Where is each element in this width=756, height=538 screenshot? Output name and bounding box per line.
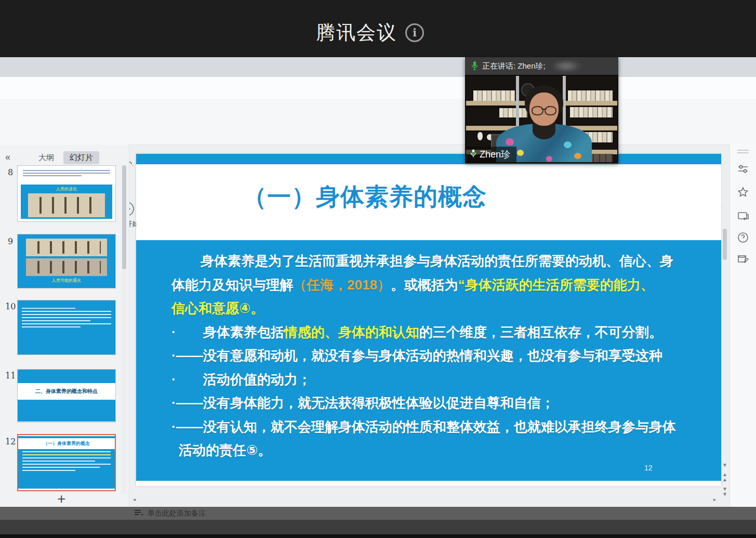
meeting-title: 腾讯会议 bbox=[316, 20, 397, 46]
slide-thumbnail-12-selected[interactable]: （一）身体素养的概念 bbox=[17, 434, 116, 491]
speaker-name-chip: Zhen珍 bbox=[466, 147, 516, 162]
meeting-titlebar: 腾讯会议 i bbox=[0, 0, 756, 57]
blurred-text bbox=[551, 60, 582, 72]
ribbon: 粘贴˙ 剪切 复制 格式刷 当页开始˙ 新建幻灯片 版式˙ bbox=[0, 99, 756, 145]
slide-top-strip bbox=[136, 154, 721, 164]
mic-icon bbox=[470, 149, 476, 161]
statusbar: 幻灯片 12 / 41 带状 T? 缺失字体 S 中 ’ 智能美化 ▲ 备注˙ … bbox=[0, 520, 756, 534]
thumb-number: 9 bbox=[5, 237, 16, 246]
loop-replay-icon[interactable] bbox=[737, 210, 749, 224]
slide-thumbnail-8[interactable]: 人类的进化 bbox=[17, 165, 116, 222]
tab-slides[interactable]: 幻灯片 bbox=[63, 151, 99, 164]
next-slide-icon[interactable]: ▼▼ bbox=[722, 487, 727, 497]
help-icon[interactable] bbox=[737, 232, 749, 246]
notes-bar[interactable]: 单击此处添加备注 bbox=[0, 507, 756, 520]
slide-body: 身体素养是为了生活而重视并承担参与身体活动的责任所需要的动机、信心、身 体能力及… bbox=[136, 240, 721, 481]
settings-sliders-icon[interactable] bbox=[737, 163, 749, 177]
speaker-video[interactable]: Zhen珍 bbox=[465, 75, 618, 163]
scroll-left-icon[interactable]: ◂ bbox=[133, 497, 136, 502]
wps-tabbar: 首页 稻壳 P 身体素养培育...幼儿体育发展 × + 1 访客登录 × bbox=[0, 57, 756, 77]
slide-thumbnail-11[interactable]: 二、身体素养的概念和特点 bbox=[17, 369, 116, 423]
slide-body-text: 身体素养是为了生活而重视并承担参与身体活动的责任所需要的动机、信心、身 体能力及… bbox=[171, 250, 696, 463]
bottom-edge bbox=[0, 534, 756, 538]
panel-scrollbar-thumb[interactable] bbox=[122, 165, 126, 269]
add-slide-button[interactable]: + bbox=[57, 491, 65, 507]
slide-vscrollbar-thumb[interactable] bbox=[723, 229, 727, 260]
slide-canvas[interactable]: （一）身体素养的概念 身体素养是为了生活而重视并承担参与身体活动的责任所需要的动… bbox=[136, 154, 721, 486]
speaking-label: 正在讲话: Zhen珍; bbox=[482, 61, 546, 71]
thumb8-caption: 人类的进化 bbox=[21, 186, 112, 192]
speaker-glasses bbox=[532, 106, 556, 114]
slide-vscrollbar[interactable] bbox=[722, 154, 728, 462]
thumb9-caption: 人类可能的退化 bbox=[18, 278, 115, 283]
thumb12-title: （一）身体素养的概念 bbox=[18, 440, 115, 447]
rail-handle[interactable] bbox=[737, 150, 749, 151]
speaker-name: Zhen珍 bbox=[480, 148, 510, 161]
slide-page-number: 12 bbox=[644, 464, 653, 472]
effects-star-icon[interactable] bbox=[737, 186, 749, 201]
slide-thumbnail-10[interactable] bbox=[17, 300, 116, 355]
collapse-panel-button[interactable]: « bbox=[5, 152, 10, 163]
thumb-number: 10 bbox=[5, 301, 16, 311]
mic-icon bbox=[471, 61, 478, 72]
previous-slide-icon[interactable]: ▲▲ bbox=[722, 472, 727, 482]
slide-thumbnail-9[interactable]: 人类可能的退化 bbox=[17, 234, 116, 288]
right-tool-rail bbox=[730, 145, 756, 520]
thumb-number: 11 bbox=[5, 371, 16, 380]
scroll-right-icon[interactable]: ▸ bbox=[713, 497, 716, 502]
tab-outline[interactable]: 大纲 bbox=[38, 153, 54, 163]
slide-title: （一）身体素养的概念 bbox=[243, 181, 487, 213]
meeting-video-overlay[interactable]: 正在讲话: Zhen珍; bbox=[465, 57, 618, 163]
thumb11-title: 二、身体素养的概念和特点 bbox=[18, 388, 115, 395]
thumb-number: 8 bbox=[5, 167, 16, 177]
menubar: 文件 ∨ ↶· ↷ ⌄ 开始 插入 设计 切换 动画 放映 审阅 视图 开发工具… bbox=[0, 77, 756, 99]
notes-placeholder: 单击此处添加备注 bbox=[148, 509, 206, 518]
panel-scrollbar[interactable] bbox=[122, 165, 127, 494]
slide-hscrollbar[interactable]: ◂ ▸ bbox=[131, 495, 718, 503]
speaking-banner: 正在讲话: Zhen珍; bbox=[465, 57, 618, 75]
scroll-down-icon[interactable]: ▼ bbox=[722, 463, 727, 468]
meeting-info-icon[interactable]: i bbox=[405, 23, 424, 42]
eco-card-icon[interactable] bbox=[737, 254, 749, 268]
notes-icon bbox=[134, 509, 143, 518]
app-window: 腾讯会议 i 首页 稻壳 P 身体素养培育...幼儿体育发展 × + 1 访客登… bbox=[0, 0, 756, 538]
thumb-number: 12 bbox=[5, 437, 16, 447]
